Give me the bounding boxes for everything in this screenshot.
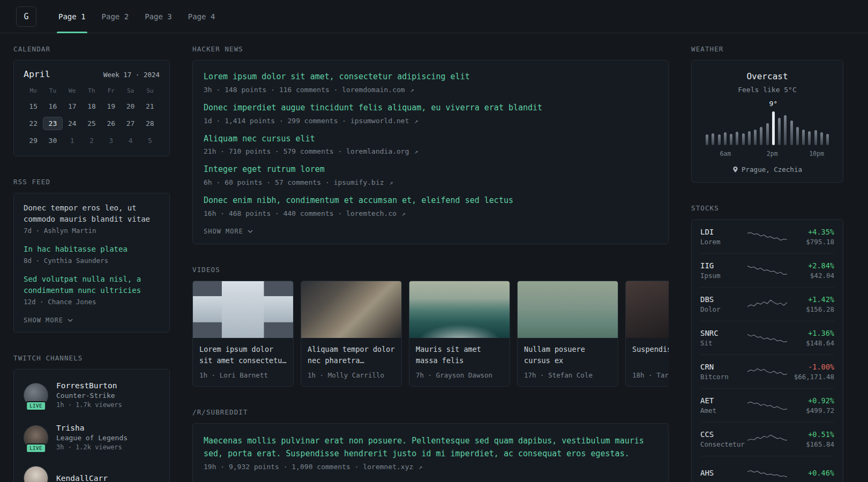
stock-price: $156.28 — [787, 305, 834, 313]
stock-change: +0.92% — [787, 396, 834, 405]
weather-bar — [724, 132, 727, 145]
stock-row[interactable]: AETAmet+0.92%$499.72 — [700, 388, 834, 422]
video-card[interactable]: Nullam posuere cursus ex17h · Stefan Col… — [517, 281, 618, 387]
section-title-rss: RSS FEED — [13, 178, 170, 186]
chevron-down-icon — [248, 230, 253, 233]
stock-values: +0.46% — [787, 469, 834, 477]
videos-carousel: Lorem ipsum dolor sit amet consectetu…1h… — [192, 281, 669, 387]
subreddit-item-stats: 19h · 9,932 points · 1,090 comments · — [204, 463, 363, 471]
tab-page-1[interactable]: Page 1 — [50, 0, 94, 33]
video-title[interactable]: Mauris sit amet massa felis — [416, 344, 503, 366]
calendar-day: 24 — [63, 117, 82, 130]
stock-row[interactable]: CRNBitcorn-1.00%$66,171.48 — [700, 355, 834, 388]
weather-bar — [766, 123, 769, 145]
rss-item-meta: 7d · Ashlyn Martin — [24, 227, 160, 235]
twitch-channel-row[interactable]: KendallCarr — [24, 458, 160, 482]
twitch-avatar: LIVE — [24, 383, 48, 408]
stock-name: Sit — [700, 339, 747, 347]
video-title[interactable]: Aliquam tempor dolor nec pharetra… — [308, 344, 395, 366]
stock-price: $165.84 — [787, 440, 834, 448]
stocks-card: LDILorem+4.35%$795.18IIGIpsum+2.84%$42.0… — [691, 219, 843, 482]
video-card[interactable]: Suspendisse diam18h · Tara — [625, 281, 669, 387]
stock-row[interactable]: AHS+0.46% — [700, 456, 834, 482]
hackernews-show-more-button[interactable]: SHOW MORE — [204, 228, 253, 235]
stock-row[interactable]: DBSDolor+1.42%$156.28 — [700, 287, 834, 321]
hackernews-item-title[interactable]: Lorem ipsum dolor sit amet, consectetur … — [204, 71, 470, 83]
section-title-twitch: TWITCH CHANNELS — [13, 354, 170, 362]
hackernews-item-title[interactable]: Donec imperdiet augue tincidunt felis al… — [204, 102, 542, 114]
calendar-grid: MoTuWeThFrSaSu15161718192021222324252627… — [24, 87, 160, 147]
stock-row[interactable]: SNRCSit+1.36%$148.64 — [700, 321, 834, 355]
subreddit-item-domain[interactable]: loremnet.xyz ↗ — [363, 463, 422, 471]
rss-item-meta: 8d · Cynthia Saunders — [24, 257, 160, 265]
twitch-channel-row[interactable]: LIVETrishaLeague of Legends3h · 1.2k vie… — [24, 416, 160, 458]
weather-bar — [796, 127, 799, 145]
stock-price: $66,171.48 — [787, 373, 834, 381]
rss-item-title[interactable]: Sed volutpat nulla nisl, a condimentum n… — [24, 274, 160, 296]
calendar-day: 21 — [140, 100, 160, 113]
calendar-day-selected: 23 — [43, 117, 62, 130]
calendar-month: April — [24, 69, 50, 79]
left-column: CALENDAR April Week 17 · 2024 MoTuWeThFr… — [13, 45, 170, 482]
hackernews-item-domain[interactable]: loremdomain.com ↗ — [342, 86, 414, 94]
twitch-channel-list: LIVEForrestBurtonCounter-Strike1h · 1.7k… — [24, 374, 160, 482]
stock-sparkline-chart — [747, 297, 787, 311]
stock-sparkline — [747, 432, 787, 446]
hackernews-item-stats: 6h · 60 points · 57 comments · — [204, 178, 334, 186]
twitch-channel-name[interactable]: KendallCarr — [56, 474, 108, 482]
subreddit-item-title[interactable]: Maecenas mollis pulvinar erat non posuer… — [204, 434, 657, 460]
rss-show-more-button[interactable]: SHOW MORE — [24, 317, 73, 324]
section-title-weather: WEATHER — [691, 45, 843, 53]
stock-name: Consectetur — [700, 440, 747, 448]
hackernews-item-domain[interactable]: ipsumworld.net ↗ — [350, 117, 418, 125]
stock-row[interactable]: LDILorem+4.35%$795.18 — [700, 220, 834, 253]
tab-page-2[interactable]: Page 2 — [94, 0, 137, 33]
calendar-card: April Week 17 · 2024 MoTuWeThFrSaSu15161… — [13, 60, 170, 156]
stock-symbol: AHS — [700, 469, 747, 477]
video-thumbnail — [301, 281, 401, 338]
stocks-section: STOCKS LDILorem+4.35%$795.18IIGIpsum+2.8… — [691, 204, 843, 482]
stock-price: $795.18 — [787, 238, 834, 246]
video-title[interactable]: Nullam posuere cursus ex — [524, 344, 611, 366]
subreddit-post-list: Maecenas mollis pulvinar erat non posuer… — [204, 434, 657, 471]
video-card[interactable]: Mauris sit amet massa felis7h · Grayson … — [409, 281, 510, 387]
stock-sparkline-chart — [747, 365, 787, 379]
video-title[interactable]: Suspendisse diam — [632, 344, 669, 366]
hackernews-item: Donec enim nibh, condimentum et accumsan… — [204, 195, 657, 217]
section-title-hackernews: HACKER NEWS — [192, 45, 669, 53]
video-title[interactable]: Lorem ipsum dolor sit amet consectetu… — [199, 344, 287, 366]
twitch-channel-row[interactable]: LIVEForrestBurtonCounter-Strike1h · 1.7k… — [24, 374, 160, 416]
weather-location: Prague, Czechia — [742, 165, 802, 174]
hackernews-item-title[interactable]: Aliquam nec cursus elit — [204, 133, 315, 145]
tab-page-4[interactable]: Page 4 — [180, 0, 223, 33]
twitch-avatar — [24, 466, 48, 482]
calendar-day: 27 — [121, 117, 140, 130]
rss-item-title[interactable]: In hac habitasse platea — [24, 244, 128, 255]
stock-row[interactable]: IIGIpsum+2.84%$42.04 — [700, 253, 834, 287]
calendar-day: 1 — [63, 134, 82, 147]
hackernews-item-meta: 16h · 468 points · 440 comments · loremt… — [204, 209, 657, 217]
tab-page-3[interactable]: Page 3 — [137, 0, 180, 33]
hackernews-item: Lorem ipsum dolor sit amet, consectetur … — [204, 71, 657, 94]
stock-values: +0.92%$499.72 — [787, 396, 834, 415]
weather-location-row: Prague, Czechia — [701, 165, 833, 174]
right-column: WEATHER Overcast Feels like 5°C 9° 6am2p… — [691, 45, 843, 482]
video-card[interactable]: Lorem ipsum dolor sit amet consectetu…1h… — [192, 281, 294, 387]
rss-item-title[interactable]: Donec tempor eros leo, ut commodo mauris… — [24, 202, 160, 225]
hackernews-item-domain[interactable]: loremlandia.org ↗ — [346, 147, 418, 155]
twitch-channel-game: League of Legends — [56, 434, 128, 442]
calendar-day: 20 — [121, 100, 140, 113]
hackernews-item-title[interactable]: Donec enim nibh, condimentum et accumsan… — [204, 195, 513, 207]
twitch-card: LIVEForrestBurtonCounter-Strike1h · 1.7k… — [13, 369, 170, 482]
video-card[interactable]: Aliquam tempor dolor nec pharetra…1h · M… — [301, 281, 402, 387]
hackernews-item-domain[interactable]: ipsumify.biz ↗ — [334, 178, 393, 186]
hackernews-item-title[interactable]: Integer eget rutrum lorem — [204, 164, 325, 176]
hackernews-item-domain[interactable]: loremtech.co ↗ — [346, 209, 406, 217]
stock-row[interactable]: CCSConsectetur+0.51%$165.84 — [700, 422, 834, 456]
twitch-channel-name[interactable]: ForrestBurton — [56, 381, 117, 390]
stock-symbol: LDI — [700, 228, 747, 236]
stock-sparkline-chart — [747, 331, 787, 345]
video-meta: 1h · Lori Barnett — [199, 371, 287, 379]
twitch-channel-name[interactable]: Trisha — [56, 424, 84, 432]
stock-price: $499.72 — [787, 406, 834, 415]
